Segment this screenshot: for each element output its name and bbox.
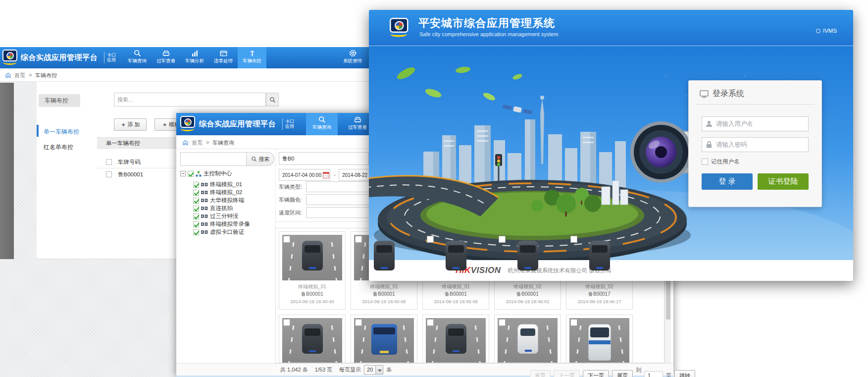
- tree-item[interactable]: 终端模拟_02: [193, 189, 242, 196]
- tree-item-label[interactable]: 终端模拟_01: [210, 181, 242, 188]
- nav-item-violation[interactable]: 违章处理: [209, 47, 238, 68]
- tree-item[interactable]: 终端模拟_01: [193, 181, 242, 188]
- ivms-label: IVMS: [823, 28, 837, 34]
- tree-item[interactable]: 虚拟卡口验证: [193, 228, 244, 236]
- tree-item-label[interactable]: 终端模拟带录像: [210, 220, 250, 228]
- photo-checkbox[interactable]: [499, 236, 506, 243]
- tree-root-label[interactable]: 主控制中心: [204, 170, 232, 177]
- winA-search-input[interactable]: [114, 93, 266, 107]
- photo-checkbox[interactable]: [283, 236, 290, 243]
- nav-item-vehicle-query[interactable]: 车辆查询: [306, 113, 338, 135]
- tree-checkbox[interactable]: [193, 198, 199, 204]
- result-card[interactable]: [494, 315, 561, 363]
- column-plate[interactable]: 车牌号码: [118, 159, 141, 166]
- row-checkbox[interactable]: [106, 171, 112, 177]
- remember-checkbox[interactable]: [702, 159, 708, 165]
- capture-photo[interactable]: [282, 235, 342, 280]
- pin-icon: [248, 49, 256, 57]
- tree-checkbox[interactable]: [193, 214, 199, 219]
- tree-checkbox[interactable]: [193, 206, 199, 212]
- tree-item[interactable]: 直连抓拍: [193, 205, 233, 212]
- result-card[interactable]: [351, 315, 417, 363]
- photo-checkbox[interactable]: [427, 319, 434, 326]
- tree-search-button[interactable]: 搜索: [247, 152, 274, 166]
- nav-item-vehicle-analysis[interactable]: 车辆分析: [180, 47, 209, 68]
- breadcrumb-home[interactable]: 首页: [192, 139, 203, 147]
- capture-camera: 终端模拟_01: [354, 283, 414, 290]
- home-icon[interactable]: [5, 72, 11, 78]
- tree-checkbox[interactable]: [193, 190, 199, 196]
- tree-search-input[interactable]: [180, 152, 247, 166]
- first-page-button[interactable]: 首页: [530, 370, 551, 377]
- tree-root-row[interactable]: 主控制中心: [180, 170, 232, 177]
- tree-item[interactable]: 大华模拟终端: [193, 197, 244, 204]
- certificate-login-button[interactable]: 证书登陆: [758, 173, 809, 190]
- tree-checkbox[interactable]: [193, 229, 199, 235]
- winA-breadcrumb: 首页 > 车辆布控: [0, 68, 376, 82]
- capture-photo[interactable]: [498, 318, 558, 363]
- per-page-select[interactable]: 20: [364, 365, 383, 375]
- result-card[interactable]: [422, 315, 489, 363]
- tree-item[interactable]: 过三分钟没: [193, 213, 239, 220]
- capture-photo[interactable]: [569, 318, 629, 363]
- calendar-icon[interactable]: [323, 172, 329, 178]
- next-page-button[interactable]: 下一页: [583, 370, 609, 377]
- login-button[interactable]: 登 录: [702, 173, 753, 190]
- username-field[interactable]: [702, 116, 809, 131]
- password-field[interactable]: [702, 137, 809, 152]
- photo-checkbox[interactable]: [355, 319, 362, 326]
- logo-smile-icon: [181, 126, 194, 131]
- vehicle-car-icon: [302, 241, 323, 270]
- home-icon[interactable]: [182, 139, 189, 146]
- capture-photo[interactable]: [282, 318, 342, 363]
- capture-camera: 终端模拟_01: [426, 283, 486, 290]
- capture-plate: 鲁B00001: [282, 290, 342, 298]
- winA-collapsed-strip[interactable]: [0, 83, 14, 259]
- search-icon: [251, 156, 257, 162]
- tree-item[interactable]: 终端模拟带录像: [193, 220, 250, 228]
- result-card[interactable]: 终端模拟_01 鲁B00001 2014-08-19 18:40:40: [279, 231, 346, 310]
- nav-item-system-management[interactable]: 系统管理: [338, 47, 367, 68]
- result-card[interactable]: [279, 315, 346, 363]
- collapse-icon[interactable]: [180, 171, 186, 176]
- tree-item-label[interactable]: 终端模拟_02: [210, 189, 242, 196]
- results-row-2: [279, 315, 633, 363]
- plate-filter-input[interactable]: [279, 152, 369, 165]
- tree-checkbox[interactable]: [188, 171, 194, 177]
- photo-checkbox[interactable]: [427, 236, 434, 243]
- winA-search-button[interactable]: [266, 93, 279, 107]
- tree-checkbox[interactable]: [193, 182, 199, 188]
- lock-icon: [705, 141, 713, 149]
- last-page-button[interactable]: 尾页: [612, 370, 633, 377]
- tree-item-label[interactable]: 虚拟卡口验证: [210, 228, 244, 236]
- goto-page-input[interactable]: [644, 371, 663, 377]
- tree-item-label[interactable]: 直连抓拍: [210, 205, 233, 212]
- user-icon: [705, 120, 713, 128]
- nav-item-vehicle-control[interactable]: 车辆布控: [238, 47, 266, 68]
- sidebar-item-red-list-control[interactable]: 红名单布控: [44, 143, 73, 152]
- add-button[interactable]: ＋ 添 加: [114, 118, 147, 131]
- tree-checkbox[interactable]: [193, 221, 199, 227]
- tree-item-label[interactable]: 大华模拟终端: [210, 197, 244, 204]
- photo-checkbox[interactable]: [570, 319, 577, 326]
- select-all-checkbox[interactable]: [106, 159, 112, 165]
- photo-checkbox[interactable]: [499, 319, 506, 326]
- photo-checkbox[interactable]: [355, 236, 362, 243]
- tree-item-label[interactable]: 过三分钟没: [210, 213, 239, 220]
- pagination-page-info: 1/53 页: [315, 366, 332, 374]
- title-separator: [104, 52, 104, 63]
- nav-item-vehicle-query[interactable]: 车辆查询: [123, 47, 152, 68]
- nav-item-passing-view[interactable]: 过车查看: [152, 47, 180, 68]
- sidebar-item-single-vehicle-control[interactable]: 单一车辆布控: [44, 128, 79, 136]
- breadcrumb-home[interactable]: 首页: [14, 72, 25, 79]
- result-card[interactable]: [566, 315, 633, 363]
- capture-photo[interactable]: [354, 318, 414, 363]
- jump-button[interactable]: 跳转: [674, 370, 695, 377]
- capture-plate: 鲁B00001: [498, 290, 558, 298]
- capture-photo[interactable]: [426, 318, 486, 363]
- photo-checkbox[interactable]: [570, 236, 577, 243]
- login-panel: 登录系统 记住用户名 登 录 证书登陆: [688, 80, 822, 207]
- photo-checkbox[interactable]: [283, 319, 290, 326]
- prev-page-button[interactable]: 上一页: [554, 370, 580, 377]
- winB-title: 综合实战应用管理平台: [199, 119, 276, 129]
